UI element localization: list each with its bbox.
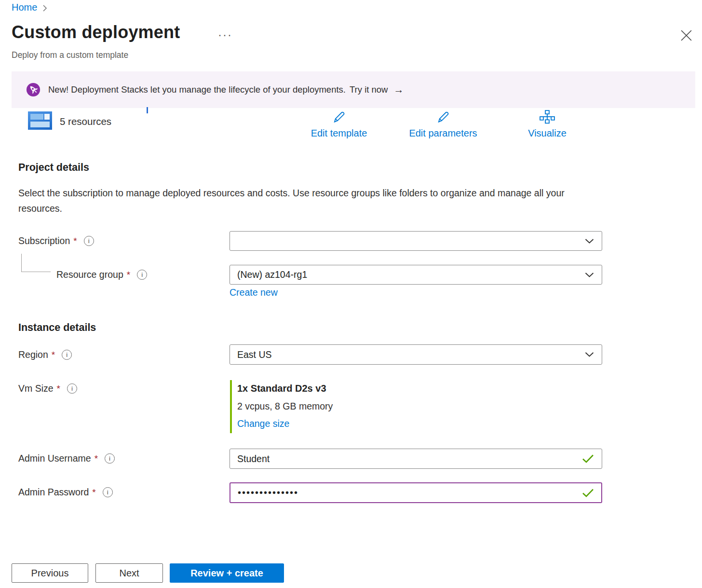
- next-button[interactable]: Next: [95, 563, 163, 583]
- info-icon[interactable]: [62, 350, 72, 360]
- pencil-icon: [436, 110, 450, 124]
- edit-template-label: Edit template: [303, 128, 375, 139]
- project-details-heading: Project details: [18, 162, 89, 174]
- vm-size-accent-bar: [230, 380, 232, 433]
- close-icon: [680, 29, 692, 41]
- required-asterisk: *: [57, 383, 60, 394]
- rocket-icon: [26, 82, 40, 97]
- vm-size-value: 1x Standard D2s v3: [237, 383, 326, 394]
- change-size-link[interactable]: Change size: [237, 418, 289, 429]
- org-chart-icon: [540, 110, 555, 124]
- valid-check-icon: [582, 488, 594, 497]
- admin-password-label: Admin Password *: [18, 487, 113, 498]
- admin-password-input[interactable]: [230, 482, 602, 503]
- info-icon[interactable]: [67, 383, 77, 394]
- subscription-label: Subscription *: [18, 235, 94, 246]
- template-icon: [28, 111, 52, 130]
- admin-username-input[interactable]: [230, 449, 602, 469]
- admin-username-label: Admin Username *: [18, 453, 115, 464]
- review-create-button[interactable]: Review + create: [170, 563, 284, 583]
- edit-parameters-label: Edit parameters: [402, 128, 484, 139]
- create-new-link[interactable]: Create new: [230, 287, 278, 298]
- admin-password-label-text: Admin Password: [18, 487, 89, 498]
- info-icon[interactable]: [105, 453, 115, 464]
- breadcrumb-home-link[interactable]: Home: [12, 2, 37, 13]
- info-icon[interactable]: [137, 270, 147, 280]
- subscription-select[interactable]: [230, 231, 602, 251]
- previous-button[interactable]: Previous: [12, 563, 88, 583]
- edit-parameters-button[interactable]: Edit parameters: [402, 110, 484, 139]
- chevron-down-icon: [585, 238, 594, 244]
- resource-group-value: (New) az104-rg1: [237, 269, 307, 280]
- vm-size-label-text: Vm Size: [18, 383, 54, 394]
- required-asterisk: *: [52, 350, 55, 360]
- resource-group-label-text: Resource group: [56, 269, 123, 280]
- required-asterisk: *: [73, 236, 77, 246]
- info-icon[interactable]: [84, 236, 94, 246]
- vm-size-label: Vm Size *: [18, 383, 77, 394]
- hierarchy-connector-horizontal: [21, 272, 51, 272]
- hierarchy-connector-vertical: [21, 254, 22, 272]
- visualize-label: Visualize: [511, 128, 583, 139]
- region-value: East US: [237, 349, 272, 360]
- resource-count: 5 resources: [60, 116, 111, 127]
- subscription-label-text: Subscription: [18, 235, 70, 246]
- required-asterisk: *: [94, 453, 98, 464]
- required-asterisk: *: [92, 487, 95, 498]
- arrow-right-icon[interactable]: →: [393, 84, 404, 96]
- breadcrumb-chevron-icon: [42, 4, 48, 12]
- more-options-icon[interactable]: ···: [218, 28, 232, 41]
- chevron-down-icon: [585, 272, 594, 277]
- vm-size-specs: 2 vcpus, 8 GB memory: [237, 401, 333, 412]
- instance-details-heading: Instance details: [18, 322, 96, 334]
- region-label: Region *: [18, 349, 72, 360]
- announcement-banner: New! Deployment Stacks let you manage th…: [12, 71, 695, 108]
- valid-check-icon: [582, 454, 594, 464]
- region-select[interactable]: East US: [230, 344, 602, 365]
- banner-cta-link[interactable]: Try it now: [350, 84, 388, 95]
- edit-template-button[interactable]: Edit template: [303, 110, 375, 139]
- breadcrumb: Home: [12, 2, 48, 13]
- required-asterisk: *: [127, 270, 130, 280]
- chevron-down-icon: [585, 352, 594, 357]
- info-icon[interactable]: [103, 487, 113, 497]
- clipped-content-mark: [147, 107, 148, 113]
- banner-text: New! Deployment Stacks let you manage th…: [48, 84, 346, 95]
- admin-username-label-text: Admin Username: [18, 453, 91, 464]
- region-label-text: Region: [18, 349, 48, 360]
- project-details-description: Select the subscription to manage deploy…: [18, 185, 580, 216]
- resource-group-select[interactable]: (New) az104-rg1: [230, 265, 602, 285]
- page-title: Custom deployment: [12, 22, 180, 42]
- resource-group-label: Resource group *: [56, 269, 147, 280]
- pencil-icon: [332, 110, 346, 124]
- page-subtitle: Deploy from a custom template: [12, 50, 128, 60]
- visualize-button[interactable]: Visualize: [511, 110, 583, 139]
- close-button[interactable]: [679, 28, 693, 42]
